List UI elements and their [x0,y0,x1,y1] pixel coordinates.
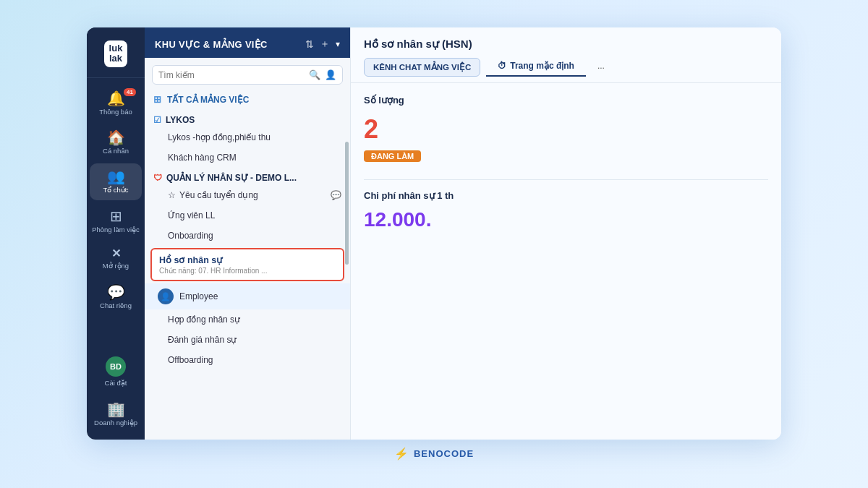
comment-icon: 💬 [331,190,341,200]
section-quan-ly[interactable]: 🛡 QUẢN LÝ NHÂN SỰ - DEMO L... [145,168,350,185]
sidebar-item-cai-dat[interactable]: BD Cài đặt [90,351,142,393]
sidebar-item-doanh-nghiep[interactable]: 🏢 Doanh nghiệp [90,396,142,432]
workspace-icon: ⊞ [110,209,122,223]
main-window: luk lak 🔔 Thông báo 41 🏠 Cá nhân 👥 Tổ ch… [87,27,781,440]
sidebar-label: Tổ chức [103,186,128,194]
checkbox-icon: ☑ [153,115,161,125]
notification-badge: 41 [124,88,136,96]
menu-item-label: Offboarding [168,355,213,365]
chevron-down-icon[interactable]: ▾ [336,39,340,49]
sidebar-label: Cá nhân [103,147,129,155]
clock-icon: ⏱ [498,61,506,71]
section-divider [364,179,768,180]
sidebar-label: Chat riêng [100,301,132,309]
selected-ho-so-nhan-su[interactable]: Hồ sơ nhân sự Chức năng: 07. HR Informat… [150,248,344,281]
bell-icon: 🔔 [107,91,125,106]
employee-label: Employee [179,291,218,301]
menu-item-label: Ứng viên LL [168,210,215,221]
sort-icon[interactable]: ⇅ [305,38,314,50]
menu-item-tuyen-dung[interactable]: ☆ Yêu cầu tuyển dụng 💬 [145,185,350,205]
middle-panel: KHU VỰC & MẢNG VIỆC ⇅ ＋ ▾ 🔍 👤 ⊞ TẤT CẢ M… [145,27,351,440]
tab-bar: KÊNH CHAT MẢNG VIỆC ⏱ Trang mặc định ... [364,56,768,77]
add-icon[interactable]: ＋ [320,38,330,51]
stat-number: 2 [364,114,768,145]
tab-trang-mac-dinh[interactable]: ⏱ Trang mặc định [486,56,586,77]
sidebar-item-mo-rong[interactable]: ✕ Mở rộng [90,242,142,275]
kenh-chat-button[interactable]: KÊNH CHAT MẢNG VIỆC [364,58,480,77]
logo-line2: lak [109,53,123,64]
menu-item-hop-dong[interactable]: Hợp đồng nhân sự [145,309,350,330]
search-icon: 🔍 [309,69,320,80]
enterprise-icon: 🏢 [107,402,125,416]
right-header: Hồ sơ nhân sự (HSN) KÊNH CHAT MẢNG VIỆC … [351,27,781,83]
search-bar: 🔍 👤 [152,65,343,85]
sidebar-item-chat-rieng[interactable]: 💬 Chat riêng [90,279,142,315]
menu-item-onboarding[interactable]: Onboarding [145,226,350,246]
page-title: Hồ sơ nhân sự (HSN) [364,38,768,51]
menu-item-danh-gia[interactable]: Đánh giá nhân sự [145,330,350,350]
right-panel: Hồ sơ nhân sự (HSN) KÊNH CHAT MẢNG VIỆC … [351,27,781,440]
bottom-bar: ⚡ BENOCODE [394,447,474,461]
section-lykos-label: LYKOS [166,115,195,125]
search-input[interactable] [158,70,305,80]
menu-item-label: Đánh giá nhân sự [168,335,237,345]
menu-item-label: Onboarding [168,231,213,241]
selected-item-title: Hồ sơ nhân sự [159,254,336,265]
shield-icon: 🛡 [153,173,162,183]
selected-item-sub: Chức năng: 07. HR Information ... [159,267,336,275]
sidebar-label: Doanh nghiệp [94,419,137,427]
logo-box: luk lak [104,40,128,67]
home-icon: 🏠 [107,130,125,145]
sidebar-item-ca-nhan[interactable]: 🏠 Cá nhân [90,124,142,160]
sidebar-label: Thông báo [99,108,132,116]
section-lykos[interactable]: ☑ LYKOS [145,110,350,127]
benocode-label: BENOCODE [414,448,474,459]
so-luong-title: Số lượng [364,95,768,106]
chat-icon: 💬 [107,285,125,299]
middle-header-title: KHU VỰC & MẢNG VIỆC [155,39,268,50]
menu-item-lykos-2[interactable]: Khách hàng CRM [145,147,350,168]
grid-icon: ⊞ [153,94,161,105]
menu-item-label: Hợp đồng nhân sự [168,314,240,325]
menu-item-label: Khách hàng CRM [168,153,237,163]
chi-phi-title: Chi phí nhân sự 1 th [364,190,768,201]
sidebar-item-to-chuc[interactable]: 👥 Tổ chức [90,163,142,200]
scroll-indicator [345,142,349,265]
avatar: BD [106,356,126,377]
sidebar-item-thong-bao[interactable]: 🔔 Thông báo 41 [90,85,142,121]
org-icon: 👥 [107,169,125,184]
tab-more-label: ... [597,61,605,71]
tab-more[interactable]: ... [586,56,616,77]
dang-lam-badge: ĐANG LÀM [364,150,421,162]
benocode-icon: ⚡ [394,447,409,461]
menu-item-label: Yêu cầu tuyển dụng [179,190,258,200]
all-mang-viec-label: TẤT CẢ MẢNG VIỆC [167,95,249,105]
right-content: Số lượng 2 ĐANG LÀM Chi phí nhân sự 1 th… [351,83,781,440]
profile-icon: 👤 [325,69,336,80]
section-quan-ly-label: QUẢN LÝ NHÂN SỰ - DEMO L... [166,173,297,183]
menu-list: ⊞ TẤT CẢ MẢNG VIỆC ☑ LYKOS Lykos -hợp đồ… [145,89,350,376]
sidebar-item-phong-lam-viec[interactable]: ⊞ Phòng làm việc [90,203,142,239]
logo: luk lak [87,27,145,78]
tab-label: Trang mặc định [510,61,574,71]
menu-item-ung-vien[interactable]: Ứng viên LL [145,205,350,226]
expand-icon: ✕ [111,248,121,260]
chi-phi-value: 12.000. [364,208,768,231]
sidebar-label: Phòng làm việc [92,226,140,234]
menu-list-wrap: ⊞ TẤT CẢ MẢNG VIỆC ☑ LYKOS Lykos -hợp đồ… [145,89,350,440]
menu-item-lykos-1[interactable]: Lykos -hợp đồng,phiếu thu [145,127,350,147]
middle-header: KHU VỰC & MẢNG VIỆC ⇅ ＋ ▾ [145,27,350,58]
star-icon: ☆ [168,190,176,200]
employee-row[interactable]: 👤 Employee [145,283,350,309]
logo-line1: luk [109,43,123,53]
sidebar: luk lak 🔔 Thông báo 41 🏠 Cá nhân 👥 Tổ ch… [87,27,145,440]
all-mang-viec-item[interactable]: ⊞ TẤT CẢ MẢNG VIỆC [145,89,350,110]
employee-icon: 👤 [158,288,174,304]
sidebar-label: Mở rộng [103,262,129,270]
menu-item-label: Lykos -hợp đồng,phiếu thu [168,132,271,142]
header-icons: ⇅ ＋ ▾ [305,38,340,51]
sidebar-label: Cài đặt [105,379,127,387]
menu-item-offboarding[interactable]: Offboarding [145,350,350,370]
